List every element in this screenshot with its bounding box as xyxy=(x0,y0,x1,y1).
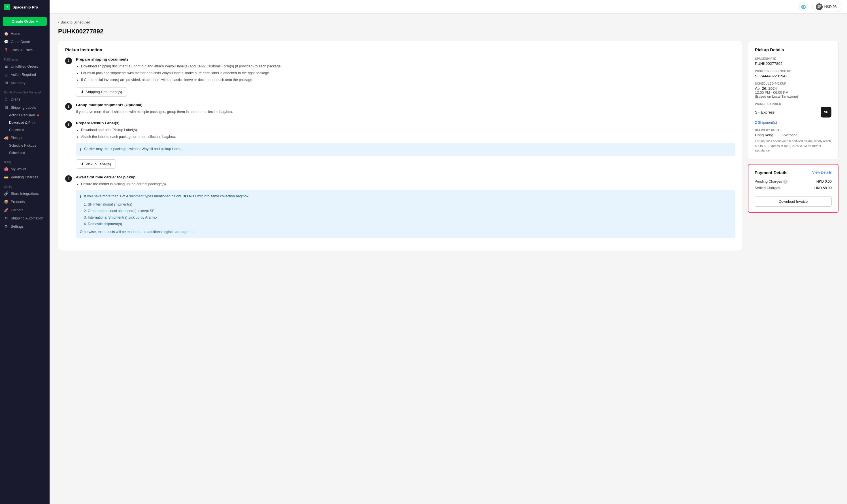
sidebar-item-action-required[interactable]: △ Action Required xyxy=(0,71,50,79)
value-pickup-ref: SF7444482231942 xyxy=(755,74,831,78)
step-1-bullet-2: For multi-package shipments with master … xyxy=(81,71,735,76)
step-4-warning: Otherwise, extra costs will be made due … xyxy=(80,229,731,235)
pickups-icon: 🚚 xyxy=(4,136,8,140)
drafts-icon: □ xyxy=(4,97,8,101)
pickup-label-button[interactable]: ⬇ Pickup Label(s) xyxy=(76,159,116,169)
sidebar-item-pickups[interactable]: 🚚 Pickups xyxy=(0,134,50,142)
step-4-info-box: ℹ If you have more than 1 of 4 shipment … xyxy=(76,190,735,238)
step-1-title: Prepare shipping documents xyxy=(76,57,735,61)
step-3: 3 Prepare Pickup Label(s) Download and p… xyxy=(65,121,735,169)
sidebar-item-my-wallet[interactable]: 👛 My Wallet xyxy=(0,165,50,173)
step-3-bullet-1: Download and print Pickup Label(s). xyxy=(81,127,735,133)
step-4-info-header-text: If you have more than 1 of 4 shipment ty… xyxy=(84,193,250,200)
sidebar-item-unfulfilled-orders[interactable]: ☰ Unfulfilled Orders xyxy=(0,62,50,71)
logo-text: Spaceship Pro xyxy=(13,5,38,10)
create-order-button[interactable]: Create Order ▾ xyxy=(3,17,47,26)
sidebar-item-products[interactable]: 📦 Products xyxy=(0,198,50,206)
value-scheduled-pickup-date: Apr 26, 2024 xyxy=(755,86,831,91)
sidebar-item-carriers-label: Carriers xyxy=(11,208,23,212)
step-4-info-header: ℹ If you have more than 1 of 4 shipment … xyxy=(80,193,731,200)
step-4-content: Await first mile carrier for pickup Ensu… xyxy=(76,175,735,238)
route-row: Hong Kong → Overseas xyxy=(755,133,831,137)
step-2: 2 Group multiple shipments (Optional) If… xyxy=(65,103,735,115)
sidebar-item-pending-charges[interactable]: 💳 Pending Charges xyxy=(0,173,50,181)
sidebar-item-store-integrations[interactable]: 🔗 Store Integrations xyxy=(0,190,50,198)
sidebar-item-labels-label: Shipping Labels xyxy=(11,106,36,110)
carrier-logo-text: SF xyxy=(824,110,828,114)
logo-icon: ✦ xyxy=(4,4,10,10)
sidebar-item-home[interactable]: 🏠 Home xyxy=(0,30,50,38)
section-label-fulfillments: Fulfillments xyxy=(0,54,50,62)
inventory-icon: ⊞ xyxy=(4,81,8,85)
automation-icon: ⚙ xyxy=(4,216,8,220)
step-3-alert: ℹ Carrier may reject packages without Wa… xyxy=(76,143,735,156)
wallet-icon: 👛 xyxy=(4,167,8,171)
label-pickup-ref: PICKUP REFERENCE NO. xyxy=(755,70,831,73)
settings-icon: ⚙ xyxy=(4,224,8,229)
carrier-logo: SF xyxy=(820,107,831,118)
label-pickup-carrier: PICKUP CARRIER xyxy=(755,103,831,106)
view-details-link[interactable]: View Details xyxy=(812,170,832,175)
globe-button[interactable]: 🌐 xyxy=(799,2,808,11)
sidebar-item-track-label: Track & Trace xyxy=(11,48,33,52)
pending-charges-text: Pending Charges xyxy=(755,180,782,183)
back-label: Back to Scheduled xyxy=(60,20,90,24)
label-spaceship-id: SPACESHIP ID xyxy=(755,57,831,60)
section-label-config: Config xyxy=(0,181,50,190)
track-icon: 📍 xyxy=(4,48,8,52)
sidebar-item-shipping-labels[interactable]: ⊡ Shipping Labels xyxy=(0,103,50,111)
sidebar-item-get-a-quote[interactable]: 💬 Get a Quote xyxy=(0,38,50,46)
sidebar-item-inventory[interactable]: ⊞ Inventory xyxy=(0,79,50,87)
sidebar-item-unfulfilled-label: Unfulfilled Orders xyxy=(11,65,38,69)
back-link[interactable]: ‹ Back to Scheduled xyxy=(58,20,839,24)
payment-row-settled: Settled Charges HKD 58.00 xyxy=(755,186,832,190)
sidebar-item-shipping-automation[interactable]: ⚙ Shipping Automation xyxy=(0,214,50,222)
create-order-label: Create Order xyxy=(12,19,34,23)
sidebar-item-drafts[interactable]: □ Drafts xyxy=(0,95,50,103)
topbar: 🌐 SP HKD 93, xyxy=(50,0,847,14)
sidebar-item-scheduled[interactable]: Scheduled xyxy=(0,149,50,157)
sidebar-item-actions-required[interactable]: Actions Required xyxy=(0,111,50,119)
pickup-details-title: Pickup Details xyxy=(755,47,831,52)
pending-charges-label: Pending Charges ? xyxy=(755,180,788,184)
sidebar-item-settings[interactable]: ⚙ Settings xyxy=(0,222,50,231)
cancelled-label: Cancelled xyxy=(9,128,24,132)
step-3-title: Prepare Pickup Label(s) xyxy=(76,121,735,125)
sidebar-item-inventory-label: Inventory xyxy=(11,81,25,85)
shipping-document-button[interactable]: ⬇ Shipping Document(s) xyxy=(76,87,127,96)
download-invoice-button[interactable]: Download Invoice xyxy=(755,196,832,207)
download-print-label: Download & Print xyxy=(9,121,35,125)
value-spaceship-id: PUHK00277892 xyxy=(755,61,831,66)
step-4-list: SF International shipment(s) Other inter… xyxy=(80,202,731,227)
label-delivery-route: DELIVERY ROUTE xyxy=(755,129,831,132)
step-4-bullets: Ensure the carrier is picking up the cor… xyxy=(76,181,735,187)
integrations-icon: 🔗 xyxy=(4,192,8,196)
step-2-title: Group multiple shipments (Optional) xyxy=(76,103,735,107)
sidebar-item-carriers[interactable]: 🚀 Carriers xyxy=(0,206,50,214)
pickup-label-btn-text: Pickup Label(s) xyxy=(86,162,111,166)
sidebar-item-home-label: Home xyxy=(11,32,20,36)
step-2-content: Group multiple shipments (Optional) If y… xyxy=(76,103,735,115)
sidebar-item-track-trace[interactable]: 📍 Track & Trace xyxy=(0,46,50,54)
wallet-balance-button[interactable]: SP HKD 93, xyxy=(812,2,841,12)
sidebar-item-drafts-label: Drafts xyxy=(11,97,20,101)
sidebar-logo: ✦ Spaceship Pro xyxy=(0,0,50,13)
carriers-icon: 🚀 xyxy=(4,208,8,212)
pending-help-icon[interactable]: ? xyxy=(783,180,788,184)
sidebar-item-integrations-label: Store Integrations xyxy=(11,192,39,196)
step-1-bullets: Download shipping document(s), print out… xyxy=(76,64,735,83)
left-column: Pickup Instruction 1 Prepare shipping do… xyxy=(58,41,742,251)
sidebar-item-cancelled[interactable]: Cancelled xyxy=(0,126,50,134)
sidebar-item-quote-label: Get a Quote xyxy=(11,40,30,44)
info-icon-2: ℹ xyxy=(80,193,81,200)
step-4-bold: DO NOT xyxy=(182,194,196,198)
shipment-link[interactable]: 2 Shipment(s) xyxy=(755,121,777,125)
sidebar-item-download-print[interactable]: Download & Print xyxy=(0,119,50,126)
actions-required-label: Actions Required xyxy=(9,113,35,117)
sidebar-item-schedule-pickups[interactable]: Schedule Pickups xyxy=(0,142,50,149)
sidebar-item-wallet-label: My Wallet xyxy=(11,167,26,171)
settled-charges-text: Settled Charges xyxy=(755,186,780,190)
avatar-initials: SP xyxy=(817,5,821,8)
step-1-content: Prepare shipping documents Download ship… xyxy=(76,57,735,96)
sidebar-item-products-label: Products xyxy=(11,200,25,204)
